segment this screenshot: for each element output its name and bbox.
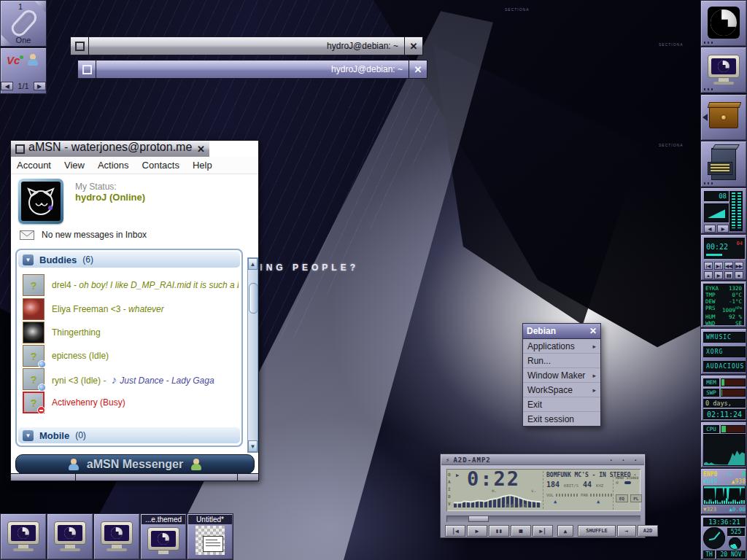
repeat-button[interactable]: → [617, 525, 636, 537]
pager-next-button[interactable]: ▶ [34, 82, 46, 90]
shuffle-button[interactable]: SHUFFLE [578, 525, 616, 537]
dock-tile-terminal[interactable] [700, 47, 747, 93]
player-clutterbar[interactable]: OAIDV [448, 471, 451, 508]
amsn-title[interactable]: aMSN - waterjones@proton.me [28, 141, 192, 157]
miniwindow-untitled-editor[interactable]: Untitled* [187, 513, 233, 560]
music-play-button[interactable]: ▶ [714, 271, 723, 279]
group-header-buddies[interactable]: ▼ Buddies (6) [18, 252, 240, 268]
pan-thumb[interactable]: ▲ [597, 499, 600, 505]
amsn-messenger-button[interactable]: aMSN Messenger [15, 454, 255, 474]
terminal-1-titlebar[interactable]: hydroJ@debian: ~ [88, 37, 405, 55]
menu-view[interactable]: View [64, 160, 85, 171]
equalizer-button[interactable]: EQ [616, 494, 628, 502]
skin-menu-button[interactable]: A2D [638, 525, 658, 537]
seek-bar[interactable] [446, 516, 640, 522]
menu-item-run[interactable]: Run... [523, 354, 600, 368]
root-menu-close-button[interactable]: ✕ [589, 326, 597, 336]
player-titlebar[interactable]: ⚡ A2D-AMP2 · · · [441, 455, 644, 465]
menu-contacts[interactable]: Contacts [142, 160, 179, 171]
terminal-window-1[interactable]: hydroJ@debian: ~ ✕ [70, 36, 423, 55]
menu-item-applications[interactable]: Applications▸ [523, 339, 600, 354]
terminal-window-2[interactable]: hydroJ@debian: ~ ✕ [77, 60, 427, 79]
status-value[interactable]: hydroJ (Online) [75, 192, 145, 203]
terminal-2-close-button[interactable]: ✕ [409, 61, 427, 78]
playlist-button[interactable]: PL [630, 494, 643, 502]
pause-button[interactable]: ▮▮ [489, 525, 509, 537]
miniwindow-themed-terminal[interactable]: ...e.themed [140, 513, 187, 560]
eject-button[interactable]: ▲ [557, 525, 573, 537]
dock-tile-file-cabinet[interactable] [700, 141, 747, 187]
terminal-2-titlebar[interactable]: hydroJ@debian: ~ [96, 61, 409, 78]
inbox-row[interactable]: No new messages in Inbox [20, 230, 147, 240]
pager-prev-button[interactable]: ◀ [1, 82, 13, 90]
scroll-down-button[interactable]: ▼ [248, 440, 258, 452]
buddy-row-epicness[interactable]: ? epicness (Idle) [23, 344, 239, 368]
next-button[interactable]: ▶| [533, 525, 553, 537]
launcher-audacious[interactable]: AUDACIOUS [703, 361, 746, 372]
amsn-titlebar[interactable]: aMSN - waterjones@proton.me ✕ [11, 141, 258, 158]
miniwindow-terminal-1[interactable] [0, 513, 47, 560]
amsn-window[interactable]: aMSN - waterjones@proton.me ✕ Account Vi… [10, 140, 259, 481]
spectrum-analyzer[interactable] [454, 493, 541, 508]
dock-launcher-panel[interactable]: WMUSIC XORG AUDACIOUS [700, 328, 747, 375]
buddy-row-thingerthing[interactable]: Thingerthing [23, 321, 239, 344]
player-display[interactable]: OAIDV ▶ 0:22 m. s. 1998 A2D BOMFUNK MC'S… [446, 469, 640, 511]
vlc-app-icon[interactable]: Vc [7, 54, 20, 66]
terminal-1-close-button[interactable]: ✕ [405, 37, 422, 55]
music-stop-button[interactable]: ■ [735, 271, 743, 279]
launcher-wmusic[interactable]: WMUSIC [703, 332, 746, 343]
dock-music-app[interactable]: 00:22 04 BEATS ♪ |◀ ▶| ◀◀ ▶▶ ▲ ▶ ▮▮ ■ [700, 234, 747, 281]
dock-memory-app[interactable]: MEM SWP 0 days, 02:11:24 [700, 375, 747, 421]
dock-tile-wmaker[interactable] [700, 0, 747, 47]
stop-button[interactable]: ■ [511, 525, 531, 537]
dock-network-app[interactable]: ENP0 ▼▲ B ▼649 ▲938 ▼323 ▲0.00 [700, 468, 747, 515]
music-next-button[interactable]: ▶| [714, 262, 723, 270]
mixer-next-channel-button[interactable]: ▶ [717, 225, 729, 233]
audio-player-window[interactable]: ⚡ A2D-AMP2 · · · OAIDV ▶ 0:22 m. s. 1998… [440, 454, 646, 538]
dock-clock-app[interactable]: 13:36:21 525 TH 20 NOV [700, 515, 747, 560]
amsn-resizebar[interactable] [11, 473, 258, 481]
miniwindow-terminal-2[interactable] [47, 513, 93, 560]
menu-item-exit[interactable]: Exit [523, 397, 600, 412]
buddy-list-scrollbar[interactable]: ▲ ▼ [247, 257, 258, 453]
collapse-arrow-icon[interactable]: ▼ [23, 254, 34, 265]
music-rewind-button[interactable]: ◀◀ [724, 262, 733, 270]
scrollbar-thumb[interactable] [249, 283, 258, 314]
menu-account[interactable]: Account [17, 160, 51, 171]
buddy-row-drel4[interactable]: ? drel4 - oh boy! I like D_MP_RAI.mid it… [23, 273, 239, 297]
amsn-minimize-button[interactable] [11, 141, 28, 157]
previous-button[interactable]: |◀ [445, 525, 465, 537]
volume-track[interactable] [556, 494, 578, 497]
music-forward-button[interactable]: ▶▶ [735, 262, 743, 270]
workspace-clip[interactable]: 1 One [0, 0, 47, 47]
root-menu-titlebar[interactable]: Debian ✕ [523, 324, 600, 339]
amsn-close-button[interactable]: ✕ [192, 141, 209, 157]
group-header-mobile[interactable]: ▼ Mobile (0) [18, 427, 240, 443]
seek-thumb[interactable] [468, 516, 489, 522]
dock-tile-drawer[interactable] [700, 94, 747, 141]
menu-help[interactable]: Help [193, 160, 212, 171]
menu-item-exit-session[interactable]: Exit session [523, 412, 600, 426]
collapse-arrow-icon[interactable]: ▼ [23, 430, 34, 441]
menu-item-workspace[interactable]: WorkSpace▸ [523, 383, 600, 397]
play-button[interactable]: ▶ [467, 525, 487, 537]
miniwindow-terminal-3[interactable] [93, 513, 140, 560]
buddy-row-eliya[interactable]: Eliya Freeman <3 - whatever [23, 298, 239, 321]
terminal-2-minimize-button[interactable] [78, 61, 96, 78]
launcher-xorg[interactable]: XORG [703, 346, 746, 357]
buddy-row-ryni[interactable]: ? ryni <3 (Idle) - ♪Just Dance - Lady Ga… [23, 368, 239, 391]
player-window-buttons[interactable]: · · · [609, 456, 640, 464]
scroll-up-button[interactable]: ▲ [248, 258, 258, 270]
menu-actions[interactable]: Actions [98, 160, 129, 171]
music-eject-button[interactable]: ▲ [704, 271, 713, 279]
music-pause-button[interactable]: ▮▮ [724, 271, 733, 279]
dock-mixer-app[interactable]: 08 ◀ ▶ [700, 187, 747, 234]
menu-item-window-maker[interactable]: Window Maker▸ [523, 368, 600, 383]
pan-slider[interactable]: PAN ▲ [581, 493, 613, 497]
music-prev-button[interactable]: |◀ [704, 262, 713, 270]
mixer-prev-channel-button[interactable]: ◀ [704, 225, 716, 233]
user-avatar[interactable] [18, 179, 63, 224]
buddy-row-activehenry[interactable]: ? Activehenry (Busy) [23, 391, 239, 414]
volume-thumb[interactable]: ▲ [554, 499, 557, 505]
app-pager-tile[interactable]: Vc ◀ 1/1 ▶ [0, 47, 47, 94]
